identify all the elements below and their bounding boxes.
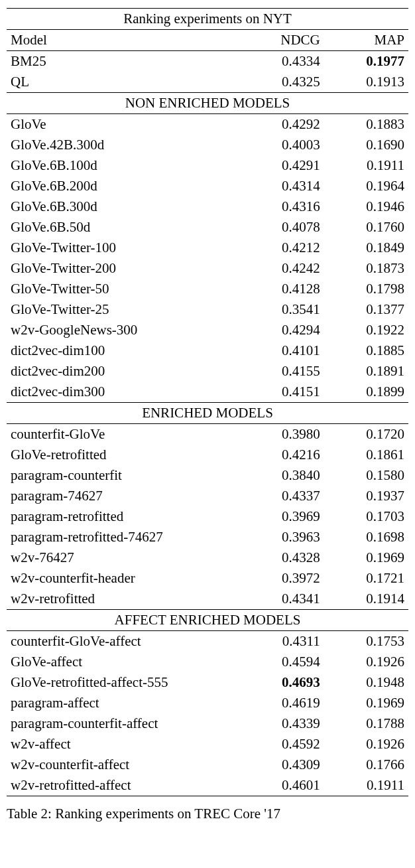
ndcg-value: 0.4242 [239,258,324,279]
table-row: w2v-counterfit-header0.39720.1721 [7,568,408,589]
results-table: Ranking experiments on NYTModelNDCGMAPBM… [7,8,408,796]
map-value: 0.1914 [324,589,408,610]
table-row: GloVe.6B.100d0.42910.1911 [7,155,408,176]
ndcg-value: 0.4292 [239,114,324,135]
ndcg-value: 0.4325 [239,72,324,93]
ndcg-value: 0.4128 [239,279,324,299]
table-row: paragram-counterfit-affect0.43390.1788 [7,713,408,734]
table-row: GloVe-Twitter-2000.42420.1873 [7,258,408,279]
table-row: GloVe.6B.200d0.43140.1964 [7,176,408,196]
map-value: 0.1969 [324,547,408,568]
model-name: GloVe [7,114,239,135]
table-caption: Table 2: Ranking experiments on TREC Cor… [7,806,408,822]
table-row: counterfit-GloVe-affect0.43110.1753 [7,631,408,652]
section-header-cell: NON ENRICHED MODELS [7,93,408,114]
table-row: GloVe0.42920.1883 [7,114,408,135]
ndcg-value: 0.4594 [239,652,324,672]
ndcg-value: 0.4212 [239,238,324,258]
ndcg-value: 0.4311 [239,631,324,652]
table-row: BM250.43340.1977 [7,51,408,72]
table-row: w2v-GoogleNews-3000.42940.1922 [7,320,408,340]
col-header-ndcg: NDCG [239,30,324,51]
model-name: dict2vec-dim300 [7,382,239,403]
model-name: dict2vec-dim100 [7,340,239,361]
model-name: w2v-retrofitted [7,589,239,610]
table-row: dict2vec-dim2000.41550.1891 [7,361,408,382]
section-header: ENRICHED MODELS [7,403,408,424]
model-name: GloVe-Twitter-25 [7,299,239,320]
model-name: counterfit-GloVe [7,424,239,445]
model-name: dict2vec-dim200 [7,361,239,382]
map-value: 0.1946 [324,196,408,217]
map-value: 0.1760 [324,217,408,238]
ndcg-value: 0.4337 [239,486,324,506]
table-row: GloVe.6B.50d0.40780.1760 [7,217,408,238]
col-header-model: Model [7,30,239,51]
table-row: counterfit-GloVe0.39800.1720 [7,424,408,445]
model-name: GloVe-Twitter-50 [7,279,239,299]
table-row: paragram-counterfit0.38400.1580 [7,465,408,486]
map-value: 0.1766 [324,755,408,775]
map-value: 0.1964 [324,176,408,196]
table-row: dict2vec-dim3000.41510.1899 [7,382,408,403]
col-header-map: MAP [324,30,408,51]
ndcg-value: 0.4328 [239,547,324,568]
ndcg-value: 0.4339 [239,713,324,734]
map-value: 0.1580 [324,465,408,486]
map-value: 0.1913 [324,72,408,93]
ndcg-value: 0.3972 [239,568,324,589]
map-value: 0.1690 [324,135,408,155]
map-value: 0.1969 [324,693,408,713]
table-row: GloVe-Twitter-1000.42120.1849 [7,238,408,258]
map-value: 0.1911 [324,775,408,796]
table-row: GloVe-Twitter-500.41280.1798 [7,279,408,299]
table-row: paragram-retrofitted0.39690.1703 [7,506,408,527]
model-name: GloVe-retrofitted-affect-555 [7,672,239,693]
ndcg-value: 0.4078 [239,217,324,238]
model-name: GloVe-retrofitted [7,445,239,465]
map-value: 0.1377 [324,299,408,320]
map-value: 0.1698 [324,527,408,547]
table-row: GloVe.6B.300d0.43160.1946 [7,196,408,217]
table-row: GloVe-retrofitted-affect-5550.46930.1948 [7,672,408,693]
model-name: paragram-74627 [7,486,239,506]
table-row: w2v-counterfit-affect0.43090.1766 [7,755,408,775]
ndcg-value: 0.3541 [239,299,324,320]
map-value: 0.1911 [324,155,408,176]
table-title-cell: Ranking experiments on NYT [7,9,408,30]
section-header-cell: AFFECT ENRICHED MODELS [7,610,408,631]
table-row: GloVe-retrofitted0.42160.1861 [7,445,408,465]
ndcg-value: 0.4693 [239,672,324,693]
ndcg-value: 0.4151 [239,382,324,403]
ndcg-value: 0.3840 [239,465,324,486]
model-name: GloVe-Twitter-100 [7,238,239,258]
map-value: 0.1861 [324,445,408,465]
table-row: QL0.43250.1913 [7,72,408,93]
ndcg-value: 0.4003 [239,135,324,155]
section-header-cell: ENRICHED MODELS [7,403,408,424]
model-name: GloVe-Twitter-200 [7,258,239,279]
ndcg-value: 0.4155 [239,361,324,382]
model-name: paragram-retrofitted [7,506,239,527]
table-title: Ranking experiments on NYT [7,9,408,30]
model-name: paragram-counterfit [7,465,239,486]
ndcg-value: 0.4294 [239,320,324,340]
ndcg-value: 0.4316 [239,196,324,217]
model-name: counterfit-GloVe-affect [7,631,239,652]
table-row: GloVe-affect0.45940.1926 [7,652,408,672]
map-value: 0.1948 [324,672,408,693]
ndcg-value: 0.4216 [239,445,324,465]
ndcg-value: 0.3963 [239,527,324,547]
table-row: w2v-affect0.45920.1926 [7,734,408,755]
table-row: GloVe-Twitter-250.35410.1377 [7,299,408,320]
table-row: dict2vec-dim1000.41010.1885 [7,340,408,361]
model-name: paragram-affect [7,693,239,713]
table-row: ModelNDCGMAP [7,30,408,51]
ndcg-value: 0.4291 [239,155,324,176]
table-row: paragram-746270.43370.1937 [7,486,408,506]
model-name: GloVe-affect [7,652,239,672]
map-value: 0.1883 [324,114,408,135]
map-value: 0.1703 [324,506,408,527]
map-value: 0.1873 [324,258,408,279]
map-value: 0.1720 [324,424,408,445]
